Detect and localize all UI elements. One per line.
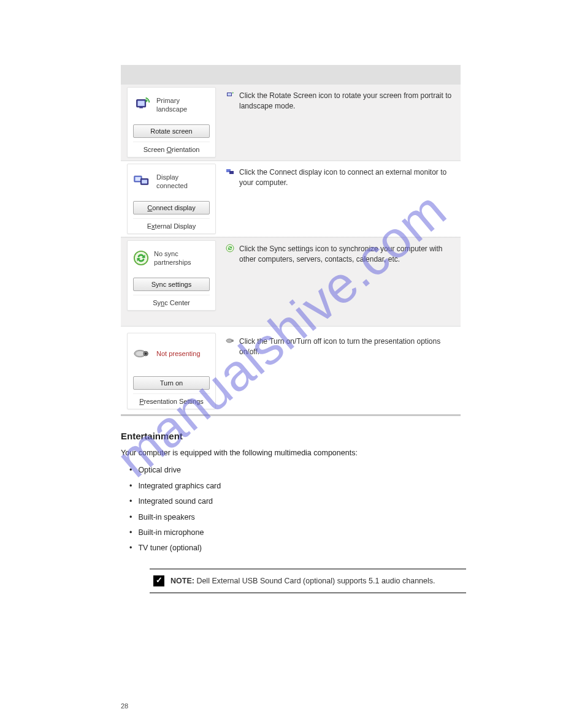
option-row-external: Display connected Connect display Extern… [121, 161, 461, 237]
list-item: Integrated graphics card [138, 480, 221, 492]
sync-icon [133, 250, 149, 268]
page-number: 28 [121, 702, 128, 710]
caption-external-display: External Display [133, 218, 210, 230]
option-row-present: Not presenting Turn on Presentation Sett… [121, 327, 461, 412]
list-item: Integrated sound card [138, 496, 213, 507]
status-screen: Primary landscape [156, 97, 187, 114]
monitor-rotate-icon [133, 96, 151, 116]
check-icon: ✓ [153, 575, 164, 586]
svg-point-18 [231, 339, 234, 342]
svg-rect-2 [139, 107, 143, 108]
option-row-screen: Primary landscape Rotate screen Screen O… [121, 85, 461, 160]
section-title-entertainment: Entertainment [121, 416, 461, 441]
list-item: Built-in microphone [138, 527, 204, 539]
dual-monitor-icon [133, 173, 151, 191]
status-sync: No sync partnerships [154, 250, 191, 267]
option-row-sync: No sync partnerships Sync settings Sync … [121, 238, 461, 325]
tile-presentation-settings: Not presenting Turn on Presentation Sett… [127, 333, 216, 409]
status-external: Display connected [156, 173, 188, 191]
sync-settings-button[interactable]: Sync settings [133, 278, 210, 291]
svg-rect-10 [229, 171, 234, 174]
intro-paragraph: Your computer is equipped with the follo… [121, 441, 461, 459]
list-item: TV tuner (optional) [138, 542, 202, 554]
note-box: ✓ NOTE: Dell External USB Sound Card (op… [150, 569, 466, 594]
desc-screen: Click the Rotate Screen icon to rotate y… [239, 91, 453, 112]
tile-sync-center: No sync partnerships Sync settings Sync … [127, 240, 216, 311]
svg-rect-1 [138, 100, 145, 105]
svg-point-16 [145, 352, 147, 355]
list-item: Built-in speakers [138, 512, 194, 523]
desc-external: Click the Connect display icon to connec… [239, 167, 453, 189]
note-text: Dell External USB Sound Card (optional) … [196, 577, 435, 585]
tile-screen-orientation: Primary landscape Rotate screen Screen O… [127, 87, 216, 157]
projector-mini-icon [226, 336, 234, 345]
svg-rect-8 [142, 180, 147, 183]
status-present: Not presenting [156, 350, 201, 358]
svg-point-11 [134, 251, 148, 264]
rotate-screen-button[interactable]: Rotate screen [133, 124, 210, 138]
desc-sync: Click the Sync settings icon to synchron… [239, 244, 453, 265]
caption-presentation-settings: Presentation Settings [133, 393, 210, 405]
svg-rect-6 [136, 176, 141, 180]
caption-screen-orientation: Screen Orientation [133, 142, 210, 153]
desc-present: Click the Turn on/Turn off icon to turn … [239, 336, 453, 358]
note-label: NOTE: [170, 577, 194, 585]
projector-icon [133, 347, 151, 362]
dual-monitor-mini-icon [226, 167, 234, 176]
connect-display-button[interactable]: Connect display [133, 201, 210, 214]
tile-external-display: Display connected Connect display Extern… [127, 164, 216, 234]
turn-on-button[interactable]: Turn on [133, 376, 210, 390]
list-item: Optical drive [138, 464, 180, 476]
monitor-rotate-mini-icon [226, 91, 234, 99]
sync-mini-icon [226, 244, 234, 252]
svg-rect-4 [228, 93, 231, 96]
svg-point-14 [136, 351, 144, 356]
bullet-list: •Optical drive •Integrated graphics card… [121, 459, 461, 556]
table-header-band [121, 65, 461, 85]
caption-sync-center: Sync Center [133, 295, 210, 306]
